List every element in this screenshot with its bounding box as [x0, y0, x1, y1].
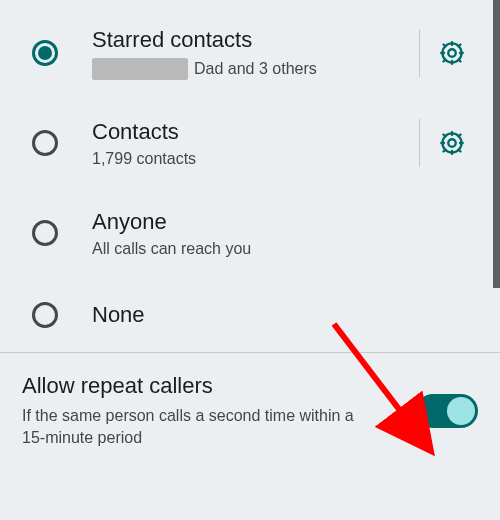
radio-unselected-icon: [32, 302, 58, 328]
repeat-callers-row[interactable]: Allow repeat callers If the same person …: [0, 353, 500, 472]
repeat-callers-text: Allow repeat callers If the same person …: [22, 373, 400, 448]
contacts-settings-button[interactable]: [426, 129, 478, 157]
switch-thumb: [447, 397, 475, 425]
option-title: Anyone: [92, 208, 478, 236]
radio-starred[interactable]: [32, 40, 92, 66]
svg-point-2: [448, 139, 455, 146]
radio-contacts[interactable]: [32, 130, 92, 156]
scrollbar[interactable]: [493, 0, 500, 288]
svg-point-3: [442, 133, 461, 152]
option-text: Starred contacts Dad and 3 others: [92, 26, 413, 80]
repeat-callers-switch[interactable]: [416, 394, 478, 428]
option-none[interactable]: None: [0, 278, 500, 352]
repeat-callers-subtitle: If the same person calls a second time w…: [22, 405, 362, 448]
gear-icon: [438, 129, 466, 157]
option-anyone[interactable]: Anyone All calls can reach you: [0, 188, 500, 278]
radio-unselected-icon: [32, 130, 58, 156]
option-text: None: [92, 301, 478, 329]
option-subtitle: Dad and 3 others: [92, 58, 413, 80]
subtitle-suffix: Dad and 3 others: [194, 60, 317, 78]
option-text: Contacts 1,799 contacts: [92, 118, 413, 168]
option-title: Starred contacts: [92, 26, 413, 54]
gear-icon: [438, 39, 466, 67]
svg-point-0: [448, 49, 455, 56]
radio-anyone[interactable]: [32, 220, 92, 246]
redacted-block: [92, 58, 188, 80]
option-title: Contacts: [92, 118, 413, 146]
repeat-callers-title: Allow repeat callers: [22, 373, 400, 399]
vertical-separator: [419, 29, 420, 77]
radio-selected-icon: [32, 40, 58, 66]
option-contacts[interactable]: Contacts 1,799 contacts: [0, 98, 500, 188]
radio-none[interactable]: [32, 302, 92, 328]
radio-unselected-icon: [32, 220, 58, 246]
option-starred-contacts[interactable]: Starred contacts Dad and 3 others: [0, 8, 500, 98]
option-title: None: [92, 301, 478, 329]
svg-point-1: [442, 43, 461, 62]
starred-settings-button[interactable]: [426, 39, 478, 67]
option-text: Anyone All calls can reach you: [92, 208, 478, 258]
option-subtitle: All calls can reach you: [92, 240, 478, 258]
option-subtitle: 1,799 contacts: [92, 150, 413, 168]
vertical-separator: [419, 119, 420, 167]
